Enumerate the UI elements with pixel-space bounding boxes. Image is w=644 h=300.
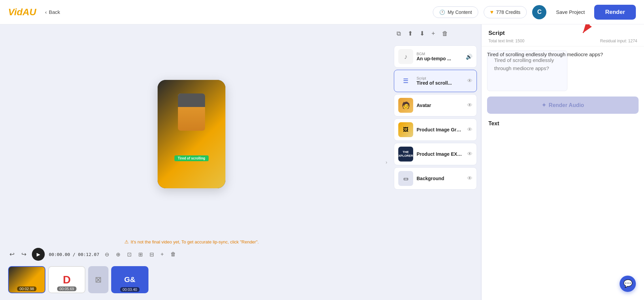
main-content: Tired of scrolling ⚠ It's not the final …	[0, 24, 644, 300]
layers-panel: ⧉ ⬆ ⬇ + 🗑 ♪ BGM An up-tempo ... 🔊	[390, 24, 481, 300]
layer-bgm-type: BGM	[417, 52, 462, 56]
extend-button[interactable]: ⊟	[148, 250, 155, 259]
layer-product-explorers[interactable]: THEEXPLORERS Product Image EXPLORERS 👁	[394, 143, 477, 165]
script-limits: Total text limit: 1500 Residual input: 1…	[488, 39, 637, 43]
layers-toolbar: ⧉ ⬆ ⬇ + 🗑	[390, 24, 481, 43]
avatar-preview	[178, 93, 205, 131]
layer-product-group-info: Product Image Group	[417, 127, 464, 132]
layer-product-explorers-thumb: THEEXPLORERS	[398, 147, 413, 162]
undo-button[interactable]: ↩	[8, 249, 16, 259]
redo-button[interactable]: ↪	[20, 249, 28, 259]
layer-avatar-thumb: 🧑	[398, 98, 413, 113]
heart-icon: ♥	[490, 9, 494, 15]
layer-bgm-info: BGM An up-tempo ...	[417, 52, 462, 61]
render-audio-button[interactable]: ✦ Render Audio	[487, 97, 639, 114]
layer-bgm-visibility[interactable]: 🔊	[466, 53, 472, 60]
layer-avatar-name: Avatar	[417, 103, 464, 108]
layer-script-type: Script	[417, 76, 464, 80]
copy-layer-button[interactable]: ⧉	[395, 29, 402, 39]
layer-script-thumb: ☰	[398, 73, 413, 88]
add-clip-button[interactable]: +	[159, 250, 165, 259]
script-body: Tired of scrolling endlessly through med…	[482, 46, 644, 97]
layer-script-name: Tired of scroll...	[417, 80, 464, 86]
layer-script-info: Script Tired of scroll...	[417, 76, 464, 86]
back-label: Back	[49, 9, 60, 15]
layer-bgm-thumb: ♪	[398, 49, 413, 64]
script-panel: Script Total text limit: 1500 Residual i…	[481, 24, 644, 300]
save-project-button[interactable]: Save Project	[552, 6, 589, 18]
layer-script-visibility[interactable]: 👁	[467, 78, 472, 84]
transition-icon: ⊠	[95, 275, 102, 284]
time-current: 00:00.00	[49, 252, 70, 257]
product-group-icon: 🖼	[403, 127, 408, 133]
clip-2[interactable]: D 00:05.69	[48, 266, 85, 293]
layer-background-thumb: ▭	[398, 171, 413, 186]
layer-script[interactable]: ☰ Script Tired of scroll... 👁	[394, 70, 477, 92]
layer-product-group-name: Product Image Group	[417, 127, 464, 132]
fit-view-button[interactable]: ⊡	[126, 250, 133, 259]
chat-support-button[interactable]: 💬	[620, 276, 636, 292]
timeline-controls: ↩ ↪ ▶ 00:00.00 / 00:12.07 ⊖ ⊕ ⊡ ⊞ ⊟ + 🗑	[8, 244, 375, 263]
play-button[interactable]: ▶	[32, 248, 45, 261]
layers-list: ♪ BGM An up-tempo ... 🔊 ☰ Script Tired o…	[390, 43, 481, 300]
layer-product-group-visibility[interactable]: 👁	[467, 127, 472, 133]
layer-background-name: Background	[417, 176, 464, 181]
clip-2-logo: D	[63, 274, 71, 286]
total-limit-label: Total text limit: 1500	[488, 39, 524, 43]
time-display: 00:00.00 / 00:12.07	[49, 252, 99, 257]
phone-mockup: Tired of scrolling	[158, 80, 225, 188]
layer-avatar-visibility[interactable]: 👁	[467, 102, 472, 108]
my-content-label: My Content	[448, 9, 472, 15]
layer-product-explorers-name: Product Image EXPLORERS	[417, 151, 464, 157]
layer-product-explorers-info: Product Image EXPLORERS	[417, 151, 464, 157]
delete-layer-button[interactable]: 🗑	[441, 29, 449, 39]
logo-text: VidAU	[8, 7, 36, 17]
layer-bgm-name: An up-tempo ...	[417, 56, 462, 61]
script-textarea[interactable]	[487, 50, 567, 91]
save-label: Save Project	[556, 9, 585, 15]
layer-background[interactable]: ▭ Background 👁	[394, 167, 477, 190]
clip-2-time: 00:05.69	[57, 286, 77, 291]
credits-label: 778 Credits	[496, 9, 521, 15]
add-layer-button[interactable]: +	[430, 29, 437, 39]
clock-icon: 🕐	[439, 9, 445, 15]
back-button[interactable]: ‹ Back	[42, 7, 63, 17]
layer-product-group[interactable]: 🖼 Product Image Group 👁	[394, 119, 477, 141]
my-content-button[interactable]: 🕐 My Content	[433, 6, 479, 18]
text-section-label: Text	[482, 118, 644, 128]
zoom-in-button[interactable]: ⊕	[115, 250, 122, 259]
layer-product-group-thumb: 🖼	[398, 122, 413, 137]
timeline-clips: 00:02.98 D 00:05.69 ⊠ G& 00:03.40	[8, 263, 375, 296]
render-button[interactable]: Render	[594, 5, 636, 20]
avatar-letter: C	[537, 8, 542, 16]
panel-collapse-button[interactable]: ›	[383, 24, 390, 300]
clip-1[interactable]: 00:02.98	[8, 266, 45, 293]
clip-3-transition[interactable]: ⊠	[88, 266, 108, 293]
background-icon: ▭	[403, 175, 408, 182]
clip-4-graphic: G&	[124, 275, 136, 284]
move-down-button[interactable]: ⬇	[418, 28, 426, 39]
layer-bgm[interactable]: ♪ BGM An up-tempo ... 🔊	[394, 45, 477, 68]
header: VidAU ‹ Back 🕐 My Content ♥ 778 Credits …	[0, 0, 644, 24]
preview-area: Tired of scrolling ⚠ It's not the final …	[0, 24, 383, 300]
zoom-out-button[interactable]: ⊖	[103, 250, 110, 259]
layer-avatar-info: Avatar	[417, 103, 464, 108]
warning-icon: ⚠	[124, 239, 129, 244]
credits-button[interactable]: ♥ 778 Credits	[484, 6, 527, 18]
layer-background-visibility[interactable]: 👁	[467, 175, 472, 181]
clip-4-time: 00:03.40	[120, 287, 140, 292]
music-icon: ♪	[404, 53, 407, 61]
delete-clip-button[interactable]: 🗑	[169, 250, 177, 259]
phone-background: Tired of scrolling	[158, 80, 225, 188]
play-icon: ▶	[37, 252, 40, 257]
script-title: Script	[488, 30, 637, 37]
move-up-button[interactable]: ⬆	[406, 28, 414, 39]
layer-product-explorers-visibility[interactable]: 👁	[467, 151, 472, 157]
clip-4[interactable]: G& 00:03.40	[111, 266, 148, 293]
user-avatar-button[interactable]: C	[532, 5, 546, 19]
chat-icon: 💬	[623, 279, 632, 288]
avatar-icon: 🧑	[402, 101, 410, 109]
split-button[interactable]: ⊞	[137, 250, 144, 259]
layer-avatar[interactable]: 🧑 Avatar 👁	[394, 94, 477, 116]
render-audio-label: Render Audio	[549, 102, 584, 108]
